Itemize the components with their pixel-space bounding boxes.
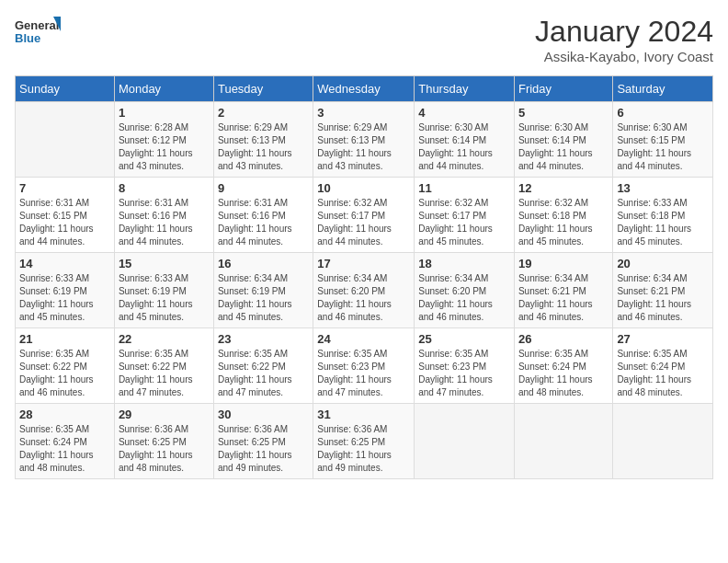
weekday-header-saturday: Saturday: [613, 76, 713, 102]
day-number: 17: [317, 257, 410, 270]
day-info: Sunrise: 6:32 AM Sunset: 6:17 PM Dayligh…: [317, 197, 410, 248]
day-info: Sunrise: 6:31 AM Sunset: 6:16 PM Dayligh…: [119, 197, 210, 248]
calendar-cell: 13Sunrise: 6:33 AM Sunset: 6:18 PM Dayli…: [613, 178, 713, 253]
day-number: 26: [518, 332, 609, 346]
calendar-cell: 31Sunrise: 6:36 AM Sunset: 6:25 PM Dayli…: [313, 404, 415, 479]
day-info: Sunrise: 6:30 AM Sunset: 6:15 PM Dayligh…: [617, 121, 709, 173]
day-info: Sunrise: 6:35 AM Sunset: 6:23 PM Dayligh…: [418, 348, 510, 399]
day-number: 24: [317, 332, 410, 346]
svg-text:General: General: [15, 18, 59, 32]
calendar-cell: 6Sunrise: 6:30 AM Sunset: 6:15 PM Daylig…: [613, 102, 713, 178]
day-info: Sunrise: 6:33 AM Sunset: 6:19 PM Dayligh…: [119, 272, 210, 324]
calendar-cell: 5Sunrise: 6:30 AM Sunset: 6:14 PM Daylig…: [514, 102, 612, 178]
day-number: 2: [218, 106, 309, 120]
day-info: Sunrise: 6:28 AM Sunset: 6:12 PM Dayligh…: [119, 121, 210, 173]
day-number: 6: [617, 106, 709, 120]
day-number: 21: [19, 332, 110, 346]
day-number: 7: [19, 181, 110, 195]
day-info: Sunrise: 6:30 AM Sunset: 6:14 PM Dayligh…: [418, 121, 510, 173]
calendar-cell: 7Sunrise: 6:31 AM Sunset: 6:15 PM Daylig…: [16, 178, 115, 253]
calendar-cell: 26Sunrise: 6:35 AM Sunset: 6:24 PM Dayli…: [514, 328, 612, 404]
logo-svg: General Blue: [15, 15, 61, 53]
day-number: 10: [317, 181, 410, 195]
day-info: Sunrise: 6:35 AM Sunset: 6:24 PM Dayligh…: [617, 348, 709, 399]
day-info: Sunrise: 6:34 AM Sunset: 6:21 PM Dayligh…: [518, 272, 609, 324]
day-info: Sunrise: 6:35 AM Sunset: 6:22 PM Dayligh…: [19, 348, 110, 399]
weekday-header-wednesday: Wednesday: [313, 76, 415, 102]
calendar-cell: 12Sunrise: 6:32 AM Sunset: 6:18 PM Dayli…: [514, 178, 612, 253]
calendar-cell: 15Sunrise: 6:33 AM Sunset: 6:19 PM Dayli…: [114, 253, 213, 328]
day-info: Sunrise: 6:34 AM Sunset: 6:21 PM Dayligh…: [617, 272, 709, 324]
day-number: 22: [119, 332, 210, 346]
calendar-cell: 20Sunrise: 6:34 AM Sunset: 6:21 PM Dayli…: [613, 253, 713, 328]
calendar-cell: 30Sunrise: 6:36 AM Sunset: 6:25 PM Dayli…: [213, 404, 313, 479]
day-info: Sunrise: 6:31 AM Sunset: 6:16 PM Dayligh…: [218, 197, 309, 248]
calendar-week-5: 28Sunrise: 6:35 AM Sunset: 6:24 PM Dayli…: [16, 404, 713, 479]
day-info: Sunrise: 6:32 AM Sunset: 6:17 PM Dayligh…: [418, 197, 510, 248]
day-number: 27: [617, 332, 709, 346]
page-header: General Blue January 2024 Assika-Kayabo,…: [15, 15, 713, 64]
day-info: Sunrise: 6:33 AM Sunset: 6:19 PM Dayligh…: [19, 272, 110, 324]
calendar-title: January 2024: [535, 15, 713, 49]
day-info: Sunrise: 6:36 AM Sunset: 6:25 PM Dayligh…: [218, 423, 309, 475]
title-block: January 2024 Assika-Kayabo, Ivory Coast: [535, 15, 713, 64]
calendar-cell: 3Sunrise: 6:29 AM Sunset: 6:13 PM Daylig…: [313, 102, 415, 178]
calendar-cell: 22Sunrise: 6:35 AM Sunset: 6:22 PM Dayli…: [114, 328, 213, 404]
day-number: 19: [518, 257, 609, 270]
day-number: 23: [218, 332, 309, 346]
calendar-cell: [415, 404, 515, 479]
day-info: Sunrise: 6:33 AM Sunset: 6:18 PM Dayligh…: [617, 197, 709, 248]
weekday-header-row: SundayMondayTuesdayWednesdayThursdayFrid…: [16, 76, 713, 102]
calendar-cell: 29Sunrise: 6:36 AM Sunset: 6:25 PM Dayli…: [114, 404, 213, 479]
calendar-cell: 9Sunrise: 6:31 AM Sunset: 6:16 PM Daylig…: [213, 178, 313, 253]
calendar-cell: 11Sunrise: 6:32 AM Sunset: 6:17 PM Dayli…: [415, 178, 515, 253]
calendar-cell: 25Sunrise: 6:35 AM Sunset: 6:23 PM Dayli…: [415, 328, 515, 404]
day-number: 25: [418, 332, 510, 346]
day-number: 16: [218, 257, 309, 270]
day-number: 11: [418, 181, 510, 195]
calendar-cell: 19Sunrise: 6:34 AM Sunset: 6:21 PM Dayli…: [514, 253, 612, 328]
calendar-cell: 2Sunrise: 6:29 AM Sunset: 6:13 PM Daylig…: [213, 102, 313, 178]
day-info: Sunrise: 6:34 AM Sunset: 6:20 PM Dayligh…: [317, 272, 410, 324]
calendar-cell: 24Sunrise: 6:35 AM Sunset: 6:23 PM Dayli…: [313, 328, 415, 404]
calendar-cell: 27Sunrise: 6:35 AM Sunset: 6:24 PM Dayli…: [613, 328, 713, 404]
calendar-cell: [16, 102, 115, 178]
weekday-header-thursday: Thursday: [415, 76, 515, 102]
calendar-cell: 14Sunrise: 6:33 AM Sunset: 6:19 PM Dayli…: [16, 253, 115, 328]
day-number: 4: [418, 106, 510, 120]
day-info: Sunrise: 6:29 AM Sunset: 6:13 PM Dayligh…: [218, 121, 309, 173]
day-info: Sunrise: 6:29 AM Sunset: 6:13 PM Dayligh…: [317, 121, 410, 173]
day-number: 28: [19, 408, 110, 421]
day-number: 30: [218, 408, 309, 421]
day-info: Sunrise: 6:36 AM Sunset: 6:25 PM Dayligh…: [317, 423, 410, 475]
weekday-header-monday: Monday: [114, 76, 213, 102]
calendar-subtitle: Assika-Kayabo, Ivory Coast: [535, 49, 713, 64]
day-number: 1: [119, 106, 210, 120]
day-info: Sunrise: 6:34 AM Sunset: 6:19 PM Dayligh…: [218, 272, 309, 324]
calendar-cell: 16Sunrise: 6:34 AM Sunset: 6:19 PM Dayli…: [213, 253, 313, 328]
calendar-cell: 23Sunrise: 6:35 AM Sunset: 6:22 PM Dayli…: [213, 328, 313, 404]
day-info: Sunrise: 6:35 AM Sunset: 6:22 PM Dayligh…: [119, 348, 210, 399]
day-number: 20: [617, 257, 709, 270]
calendar-cell: 8Sunrise: 6:31 AM Sunset: 6:16 PM Daylig…: [114, 178, 213, 253]
weekday-header-tuesday: Tuesday: [213, 76, 313, 102]
calendar-week-4: 21Sunrise: 6:35 AM Sunset: 6:22 PM Dayli…: [16, 328, 713, 404]
day-number: 12: [518, 181, 609, 195]
day-number: 15: [119, 257, 210, 270]
day-info: Sunrise: 6:35 AM Sunset: 6:24 PM Dayligh…: [19, 423, 110, 475]
day-number: 9: [218, 181, 309, 195]
calendar-cell: 10Sunrise: 6:32 AM Sunset: 6:17 PM Dayli…: [313, 178, 415, 253]
day-number: 8: [119, 181, 210, 195]
weekday-header-sunday: Sunday: [16, 76, 115, 102]
day-number: 5: [518, 106, 609, 120]
day-number: 13: [617, 181, 709, 195]
day-info: Sunrise: 6:30 AM Sunset: 6:14 PM Dayligh…: [518, 121, 609, 173]
calendar-cell: 17Sunrise: 6:34 AM Sunset: 6:20 PM Dayli…: [313, 253, 415, 328]
calendar-cell: [514, 404, 612, 479]
day-info: Sunrise: 6:35 AM Sunset: 6:24 PM Dayligh…: [518, 348, 609, 399]
day-info: Sunrise: 6:34 AM Sunset: 6:20 PM Dayligh…: [418, 272, 510, 324]
svg-text:Blue: Blue: [15, 31, 40, 45]
calendar-week-2: 7Sunrise: 6:31 AM Sunset: 6:15 PM Daylig…: [16, 178, 713, 253]
calendar-cell: [613, 404, 713, 479]
calendar-cell: 21Sunrise: 6:35 AM Sunset: 6:22 PM Dayli…: [16, 328, 115, 404]
